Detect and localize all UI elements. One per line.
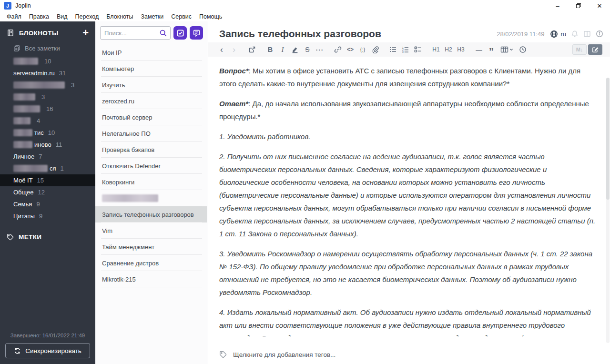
bold-button[interactable]: B (264, 43, 276, 56)
attach-file-icon[interactable] (369, 43, 381, 56)
heading3-button[interactable]: H3 (455, 43, 467, 56)
editor-panel: Запись телефонных разговоров 28/02/2019 … (208, 21, 610, 364)
add-notebook-button[interactable]: + (82, 29, 89, 37)
note-list-item[interactable]: Коворкинги (95, 174, 207, 190)
note-list-item[interactable]: Мои IP (95, 44, 207, 61)
redacted-label (13, 141, 32, 148)
tags-header-label: МЕТКИ (19, 233, 41, 241)
note-title[interactable]: Запись телефонных разговоров (219, 28, 497, 40)
heading2-button[interactable]: H2 (442, 43, 455, 56)
note-list-item[interactable]: Компьютер (95, 61, 207, 77)
sidebar-item-notebook[interactable]: 4 (0, 115, 95, 127)
heading1-button[interactable]: H1 (430, 43, 442, 56)
redacted-label (13, 58, 38, 65)
code-block-button[interactable]: {;} (356, 43, 369, 56)
note-body[interactable]: Вопрос*: Мы хотим в офисе установить АТС… (208, 57, 610, 336)
checkbox-list-icon[interactable] (412, 43, 424, 56)
horizontal-rule-button[interactable]: — (473, 43, 485, 56)
minimize-button[interactable]: – (547, 0, 568, 11)
layout-columns-icon[interactable] (583, 30, 591, 38)
note-list-item-selected[interactable]: Запись телефонных разговоров (95, 206, 207, 222)
blockquote-button[interactable]: ” (485, 43, 498, 56)
paragraph: Ответ*: Да, до начала использования звук… (219, 97, 596, 123)
redacted-label (13, 129, 32, 136)
sidebar-item-notebook[interactable]: Личное 7 (0, 151, 95, 162)
sidebar: БЛОКНОТЫ + Все заметки 10 serveradmin.ru… (0, 21, 95, 364)
italic-button[interactable]: I (276, 43, 289, 56)
sidebar-item-notebook[interactable]: Семья 9 (0, 198, 95, 210)
sidebar-item-notebook[interactable]: 10 (0, 55, 95, 67)
menu-go[interactable]: Переход (71, 13, 103, 20)
numbered-list-icon[interactable]: 1 2 3 (399, 43, 412, 56)
menu-help[interactable]: Помощь (195, 13, 226, 20)
menu-edit[interactable]: Правка (25, 13, 53, 20)
synchronise-button-label: Синхронизировать (25, 347, 81, 354)
sidebar-item-notebook[interactable]: 3 (0, 91, 95, 103)
forward-button[interactable]: › (228, 43, 240, 56)
paragraph: Вопрос*: Мы хотим в офисе установить АТС… (219, 64, 596, 90)
new-note-button[interactable] (190, 26, 203, 40)
pencil-square-icon (592, 46, 599, 53)
back-button[interactable]: ‹ (215, 43, 228, 56)
sync-arrows-icon (14, 347, 21, 354)
note-list-item[interactable]: Отключить Defender (95, 158, 207, 174)
editor-scrollbar[interactable] (606, 78, 610, 343)
note-list-item[interactable]: Изучить (95, 77, 207, 93)
add-tags-prompt[interactable]: Щелкните для добавления тегов... (233, 351, 336, 358)
markdown-editor-toggle[interactable]: M↓ (572, 44, 587, 55)
menu-view[interactable]: Вид (53, 13, 71, 20)
redacted-title (102, 194, 158, 202)
highlight-pen-icon[interactable] (289, 43, 301, 56)
external-editor-icon[interactable] (246, 43, 258, 56)
tag-bar[interactable]: Щелкните для добавления тегов... (208, 345, 610, 364)
bulleted-list-icon[interactable] (387, 43, 399, 56)
bell-icon[interactable] (571, 30, 579, 38)
restore-window-button[interactable] (568, 0, 589, 11)
strikethrough-button[interactable]: S (301, 43, 314, 56)
sidebar-item-notebook[interactable]: serveradmin.ru 31 (0, 67, 95, 79)
sidebar-item-notebook[interactable]: тис 10 (0, 127, 95, 139)
note-updated-time: 28/02/2019 11:49 (497, 30, 544, 38)
sidebar-item-notebook[interactable]: ся 1 (0, 162, 95, 174)
note-list-item[interactable]: Почтовый сервер (95, 109, 207, 125)
scrollbar-thumb[interactable] (606, 78, 610, 200)
clock-icon[interactable] (517, 43, 529, 56)
redacted-label (13, 105, 40, 112)
menu-file[interactable]: Файл (3, 13, 25, 20)
table-icon[interactable] (498, 43, 517, 56)
note-icon (193, 29, 201, 37)
sidebar-item-notebook-selected[interactable]: Моё IT 15 (0, 174, 95, 186)
note-list-item[interactable]: Тайм менеджмент (95, 239, 207, 255)
restore-window-icon (576, 3, 581, 9)
link-icon[interactable] (332, 43, 344, 56)
note-list-item[interactable]: Mikrotik-215 (95, 271, 207, 287)
note-list-item[interactable]: Нелегальное ПО (95, 125, 207, 142)
sidebar-item-notebook[interactable]: иново 11 (0, 139, 95, 151)
window-title: Joplin (15, 2, 31, 9)
note-list-item-redacted[interactable] (95, 190, 207, 206)
sidebar-item-all-notes[interactable]: Все заметки (0, 42, 95, 55)
paragraph: 3. Уведомить Роскомнадзор о намерении ос… (219, 247, 596, 299)
sidebar-item-notebook[interactable]: 16 (0, 103, 95, 115)
joplin-window: J Joplin – ✕ Файл Правка Вид Переход Бло… (0, 0, 610, 364)
more-formats-button[interactable]: ··· (314, 43, 326, 56)
sidebar-item-notebook[interactable]: Общее 12 (0, 186, 95, 198)
sidebar-item-notebook[interactable]: 3 (0, 79, 95, 91)
globe-icon[interactable] (550, 30, 558, 38)
menu-notes[interactable]: Заметки (137, 13, 167, 20)
sidebar-item-notebook[interactable]: Цитаты 9 (0, 210, 95, 222)
synchronise-button[interactable]: Синхронизировать (5, 343, 90, 358)
note-list-item[interactable]: Vim (95, 222, 207, 239)
close-button[interactable]: ✕ (589, 0, 610, 11)
menu-tools[interactable]: Сервис (167, 13, 195, 20)
new-todo-button[interactable] (173, 26, 187, 40)
rich-text-editor-toggle[interactable] (588, 44, 602, 55)
spellcheck-language[interactable]: ru (560, 30, 566, 38)
note-list-item[interactable]: Проверка бэкапов (95, 142, 207, 158)
note-list-item[interactable]: Сравнение дистров (95, 255, 207, 271)
inline-code-button[interactable]: <> (344, 43, 356, 56)
note-list-item[interactable]: zeroxzed.ru (95, 93, 207, 109)
info-icon[interactable] (596, 30, 603, 38)
menu-notebooks[interactable]: Блокноты (102, 13, 137, 20)
layers-icon (13, 45, 20, 52)
